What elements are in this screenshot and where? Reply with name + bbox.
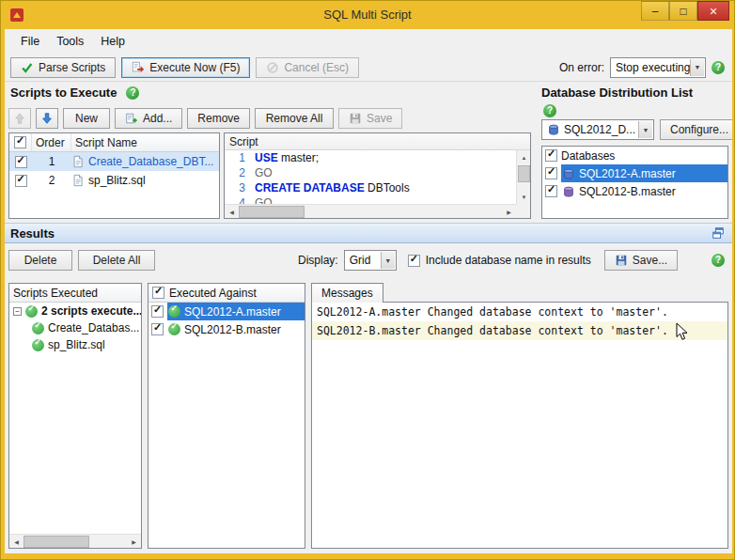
db-item[interactable]: SQL2012-A.master — [542, 164, 727, 182]
order-column-header[interactable]: Order — [32, 133, 71, 151]
executed-against-row[interactable]: ✓SQL2012-A.master — [149, 303, 305, 320]
down-arrow-icon — [40, 112, 54, 125]
checkbox[interactable] — [151, 305, 164, 318]
scripts-table-header: Order Script Name — [9, 133, 219, 152]
menu-help[interactable]: Help — [92, 29, 133, 54]
add-file-icon — [125, 112, 138, 125]
script-row[interactable]: 1Create_Database_DBT... — [9, 152, 219, 171]
script-preview-header: Script — [225, 133, 530, 150]
minimize-button[interactable]: – — [641, 1, 669, 21]
executed-against-rows: ✓SQL2012-A.master✓SQL2012-B.master — [149, 303, 305, 338]
remove-all-button[interactable]: Remove All — [255, 108, 334, 129]
cancel-button: Cancel (Esc) — [256, 57, 359, 78]
scroll-right-icon[interactable]: ▶ — [127, 535, 141, 549]
mouse-cursor — [676, 322, 689, 341]
include-db-name-label: Include database name in results — [426, 254, 591, 267]
scroll-left-icon[interactable]: ◀ — [9, 535, 23, 549]
db-title: Database Distribution List — [541, 86, 693, 100]
configure-button[interactable]: Configure... — [660, 119, 732, 140]
code-area[interactable]: 1USE master;2GO3CREATE DATABASE DBTools4… — [225, 150, 516, 204]
checkbox[interactable] — [15, 156, 27, 168]
vertical-scrollbar[interactable]: ▲ ▼ — [516, 150, 530, 204]
checkbox[interactable] — [15, 175, 27, 187]
tree-item[interactable]: ✓Create_Databas... — [9, 319, 141, 336]
select-all-checkbox[interactable] — [14, 136, 26, 148]
executed-against-header: Executed Against — [149, 284, 305, 303]
checkbox[interactable] — [545, 185, 557, 197]
database-blue-icon — [562, 167, 575, 180]
code-line: 1USE master; — [225, 150, 516, 165]
checkbox[interactable] — [151, 323, 164, 335]
scroll-left-icon[interactable]: ◀ — [225, 205, 239, 219]
add-button[interactable]: Add... — [115, 108, 182, 129]
success-check-icon: ✓ — [32, 339, 44, 351]
select-all-checkbox[interactable] — [152, 287, 164, 299]
scripts-executed-tree: −✓2 scripts execute...✓Create_Databas...… — [9, 303, 141, 353]
db-tree-root[interactable]: Databases — [542, 147, 727, 164]
code-line: 4GO — [225, 195, 516, 204]
script-name-column-header[interactable]: Script Name — [71, 133, 219, 151]
success-check-icon: ✓ — [25, 305, 38, 318]
messages-panel: SQL2012-A.master Changed database contex… — [311, 302, 728, 549]
scrollbar-thumb[interactable] — [518, 165, 530, 182]
help-icon[interactable]: ? — [126, 86, 139, 100]
success-check-icon: ✓ — [168, 323, 180, 335]
scripts-button-row: New Add... Remove Remove All Save — [8, 108, 402, 129]
menu-tools[interactable]: Tools — [48, 29, 92, 54]
scripts-section-heading: Scripts to Execute ? — [10, 86, 139, 100]
script-file-icon — [71, 174, 85, 187]
move-down-button[interactable] — [36, 108, 58, 129]
executed-against-row[interactable]: ✓SQL2012-B.master — [149, 320, 305, 338]
window-controls: – □ × — [641, 1, 729, 21]
scroll-down-icon[interactable]: ▼ — [517, 190, 531, 204]
maximize-button[interactable]: □ — [669, 1, 697, 21]
menu-file[interactable]: File — [12, 29, 48, 54]
tab-messages[interactable]: Messages — [311, 283, 383, 303]
execute-now-button[interactable]: Execute Now (F5) — [121, 57, 250, 78]
scroll-up-icon[interactable]: ▲ — [517, 150, 531, 164]
window-title: SQL Multi Script — [1, 8, 734, 22]
help-icon[interactable]: ? — [543, 104, 556, 117]
scripts-executed-panel: Scripts Executed −✓2 scripts execute...✓… — [8, 283, 142, 549]
save-icon — [615, 254, 628, 267]
delete-button[interactable]: Delete — [8, 250, 72, 271]
message-row[interactable]: SQL2012-A.master Changed database contex… — [312, 303, 727, 321]
close-button[interactable]: × — [697, 1, 729, 21]
menu-bar: FileToolsHelp — [5, 29, 732, 54]
display-label: Display: — [298, 254, 338, 267]
save-scripts-button: Save — [338, 108, 402, 129]
scrollbar-thumb[interactable] — [239, 206, 305, 218]
script-file-icon — [71, 155, 85, 168]
parse-scripts-button[interactable]: Parse Scripts — [10, 57, 116, 78]
distribution-list-dropdown[interactable]: SQL2012_D... ▼ — [541, 119, 654, 140]
scrollbar-thumb[interactable] — [23, 536, 89, 548]
results-header-band: Results — [5, 223, 732, 243]
on-error-label: On error: — [559, 61, 604, 74]
titlebar: SQL Multi Script – □ × — [1, 1, 734, 29]
remove-button[interactable]: Remove — [187, 108, 250, 129]
tree-root-row[interactable]: −✓2 scripts execute... — [9, 303, 141, 319]
on-error-dropdown[interactable]: Stop executing ▼ — [610, 57, 706, 78]
db-item[interactable]: SQL2012-B.master — [542, 182, 727, 200]
scripts-executed-header: Scripts Executed — [9, 284, 141, 303]
checkbox[interactable] — [545, 167, 557, 179]
code-line: 3CREATE DATABASE DBTools — [225, 180, 516, 195]
new-button[interactable]: New — [63, 108, 110, 129]
scroll-right-icon[interactable]: ▶ — [502, 205, 516, 219]
checkbox[interactable] — [545, 149, 557, 162]
save-icon — [349, 112, 362, 125]
help-icon[interactable]: ? — [712, 254, 725, 267]
horizontal-scrollbar[interactable]: ◀ ▶ — [225, 204, 516, 218]
collapse-toggle-icon[interactable]: − — [13, 307, 22, 316]
include-db-name-checkbox[interactable] — [408, 255, 420, 267]
delete-all-button[interactable]: Delete All — [78, 250, 155, 271]
restore-panel-icon[interactable] — [712, 226, 725, 240]
db-section-heading: Database Distribution List — [541, 86, 693, 100]
message-row[interactable]: SQL2012-B.master Changed database contex… — [312, 321, 727, 340]
save-results-button[interactable]: Save... — [604, 250, 678, 271]
display-dropdown[interactable]: Grid ▼ — [344, 250, 397, 271]
script-row[interactable]: 2sp_Blitz.sql — [9, 171, 219, 190]
horizontal-scrollbar[interactable]: ◀ ▶ — [9, 534, 141, 548]
help-icon[interactable]: ? — [712, 61, 725, 74]
tree-item[interactable]: ✓sp_Blitz.sql — [9, 336, 141, 353]
